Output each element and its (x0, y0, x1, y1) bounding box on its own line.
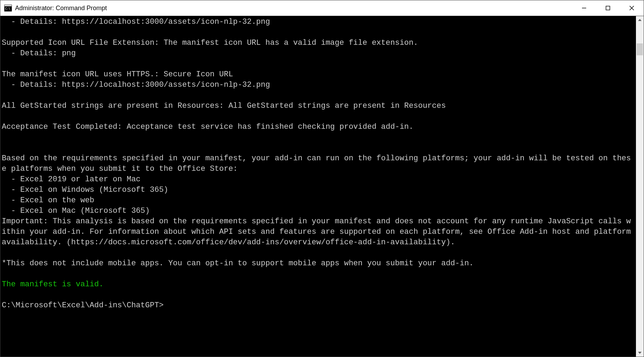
console-line (2, 143, 635, 153)
console-line: Supported Icon URL File Extension: The m… (2, 38, 635, 48)
console-line: - Excel on Windows (Microsoft 365) (2, 185, 635, 195)
titlebar[interactable]: C:\ Administrator: Command Prompt (0, 0, 644, 16)
prompt-line[interactable]: C:\Microsoft\Excel\Add-ins\ChatGPT> (2, 300, 635, 311)
console-line: - Excel on Mac (Microsoft 365) (2, 206, 635, 216)
scroll-down-arrow-icon[interactable] (636, 349, 644, 357)
window-controls (572, 0, 644, 16)
close-icon (629, 5, 635, 11)
console-line: The manifest icon URL uses HTTPS.: Secur… (2, 69, 635, 80)
close-button[interactable] (620, 0, 644, 16)
console-line (2, 111, 635, 122)
svg-rect-4 (606, 6, 610, 10)
cmd-icon: C:\ (4, 4, 12, 12)
console-line: Acceptance Test Completed: Acceptance te… (2, 122, 635, 132)
console-line (2, 269, 635, 279)
client-area: - Details: https://localhost:3000/assets… (0, 16, 644, 357)
console-line: All GetStarted strings are present in Re… (2, 101, 635, 111)
maximize-button[interactable] (596, 0, 620, 16)
console-line: Based on the requirements specified in y… (2, 153, 635, 174)
vertical-scrollbar[interactable] (636, 16, 644, 357)
svg-text:C:\: C:\ (5, 7, 11, 10)
console-line: - Excel on the web (2, 195, 635, 206)
console-line: - Details: png (2, 48, 635, 59)
console-line (2, 27, 635, 38)
console-line: - Details: https://localhost:3000/assets… (2, 80, 635, 90)
svg-marker-8 (638, 352, 642, 354)
minimize-icon (582, 6, 587, 10)
console-line: *This does not include mobile apps. You … (2, 258, 635, 269)
console-line (2, 248, 635, 258)
console-line: - Details: https://localhost:3000/assets… (2, 17, 635, 27)
success-line: The manifest is valid. (2, 279, 635, 290)
svg-rect-1 (5, 5, 12, 6)
command-prompt-window: C:\ Administrator: Command Prompt (0, 0, 644, 357)
scroll-track[interactable] (636, 24, 644, 349)
svg-marker-7 (638, 19, 642, 21)
console-line: - Excel 2019 or later on Mac (2, 174, 635, 185)
scroll-thumb[interactable] (637, 43, 643, 55)
console-line (2, 132, 635, 143)
console-line (2, 290, 635, 300)
window-title: Administrator: Command Prompt (15, 5, 572, 12)
console-line: Important: This analysis is based on the… (2, 216, 635, 248)
minimize-button[interactable] (572, 0, 596, 16)
console-line (2, 90, 635, 101)
scroll-up-arrow-icon[interactable] (636, 16, 644, 24)
terminal-output[interactable]: - Details: https://localhost:3000/assets… (0, 16, 636, 357)
console-line (2, 59, 635, 69)
maximize-icon (605, 6, 610, 10)
